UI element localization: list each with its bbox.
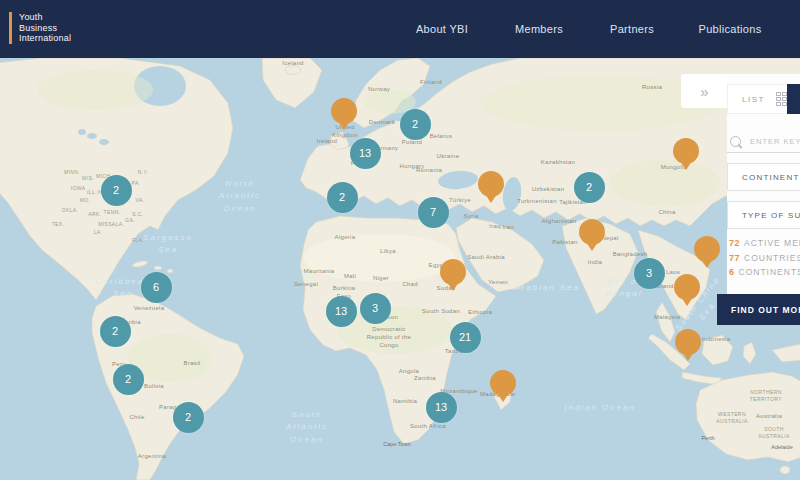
list-view-button[interactable]: LIST bbox=[742, 95, 765, 104]
stat-label: CONTINENTS bbox=[739, 267, 800, 277]
map-cluster-marker[interactable]: 2 bbox=[574, 172, 605, 203]
stat-continents: 6 CONTINENTS bbox=[729, 267, 800, 282]
keyword-search bbox=[727, 130, 800, 153]
map-pin-marker[interactable] bbox=[331, 98, 357, 124]
search-icon bbox=[730, 136, 741, 147]
map-cluster-marker[interactable]: 3 bbox=[360, 293, 391, 324]
find-out-more-label: FIND OUT MORE ABOUT YBI bbox=[731, 305, 800, 315]
map-pin-marker[interactable] bbox=[673, 138, 699, 164]
stat-value: 77 bbox=[729, 253, 740, 263]
panel-collapse-button[interactable]: » bbox=[681, 74, 727, 108]
map-cluster-marker[interactable]: 2 bbox=[400, 109, 431, 140]
view-toggle: LIST bbox=[727, 84, 800, 114]
map-pin-marker[interactable] bbox=[675, 329, 701, 355]
map-cluster-marker[interactable]: 6 bbox=[141, 272, 172, 303]
map-view-button[interactable] bbox=[787, 84, 800, 114]
stat-value: 6 bbox=[729, 267, 735, 277]
find-out-more-button[interactable]: FIND OUT MORE ABOUT YBI bbox=[717, 294, 800, 325]
stat-label: COUNTRIES bbox=[744, 253, 800, 263]
search-input[interactable] bbox=[748, 136, 800, 147]
type-of-support-dropdown[interactable]: TYPE OF SUPPORT bbox=[727, 201, 800, 229]
map-cluster-marker[interactable]: 2 bbox=[173, 402, 204, 433]
map-pin-marker[interactable] bbox=[694, 236, 720, 262]
stat-countries: 77 COUNTRIES bbox=[729, 253, 800, 268]
stat-label: ACTIVE MEMBERS bbox=[744, 238, 800, 248]
map-cluster-marker[interactable]: 7 bbox=[418, 197, 449, 228]
nav-about-ybi[interactable]: About YBI bbox=[416, 23, 468, 35]
stats-block: 72 ACTIVE MEMBERS 77 COUNTRIES 6 CONTINE… bbox=[729, 238, 800, 282]
world-map[interactable]: North Atlantic OceanSargasso SeaCaribbea… bbox=[0, 58, 800, 480]
logo-line: International bbox=[19, 33, 71, 44]
filter-panel: LIST CONTINENT TYPE OF SUPPORT 72 ACTIVE… bbox=[727, 74, 800, 294]
logo-line: Business bbox=[19, 23, 71, 34]
map-cluster-marker[interactable]: 2 bbox=[100, 316, 131, 347]
nav-members[interactable]: Members bbox=[515, 23, 563, 35]
stat-value: 72 bbox=[729, 238, 740, 248]
type-of-support-label: TYPE OF SUPPORT bbox=[742, 211, 800, 220]
continent-dropdown[interactable]: CONTINENT bbox=[727, 163, 800, 191]
map-pin-marker[interactable] bbox=[440, 259, 466, 285]
map-pin-marker[interactable] bbox=[579, 219, 605, 245]
map-cluster-marker[interactable]: 13 bbox=[350, 138, 381, 169]
logo[interactable]: Youth Business International bbox=[9, 12, 71, 44]
nav-partners[interactable]: Partners bbox=[610, 23, 654, 35]
map-cluster-marker[interactable]: 3 bbox=[634, 258, 665, 289]
map-cluster-marker[interactable]: 2 bbox=[101, 175, 132, 206]
stat-active-members: 72 ACTIVE MEMBERS bbox=[729, 238, 800, 253]
continent-dropdown-label: CONTINENT bbox=[742, 173, 799, 182]
nav-publications[interactable]: Publications bbox=[699, 23, 762, 35]
app: Youth Business International About YBI M… bbox=[0, 0, 800, 480]
map-cluster-marker[interactable]: 2 bbox=[113, 364, 144, 395]
top-nav: Youth Business International About YBI M… bbox=[0, 0, 800, 58]
map-cluster-marker[interactable]: 13 bbox=[426, 392, 457, 423]
map-cluster-marker[interactable]: 21 bbox=[450, 322, 481, 353]
map-cluster-marker[interactable]: 2 bbox=[327, 182, 358, 213]
map-pin-marker[interactable] bbox=[478, 171, 504, 197]
map-pin-marker[interactable] bbox=[674, 274, 700, 300]
map-cluster-marker[interactable]: 13 bbox=[326, 296, 357, 327]
logo-line: Youth bbox=[19, 12, 71, 23]
chevron-right-icon: » bbox=[700, 83, 707, 100]
map-pin-marker[interactable] bbox=[490, 370, 516, 396]
